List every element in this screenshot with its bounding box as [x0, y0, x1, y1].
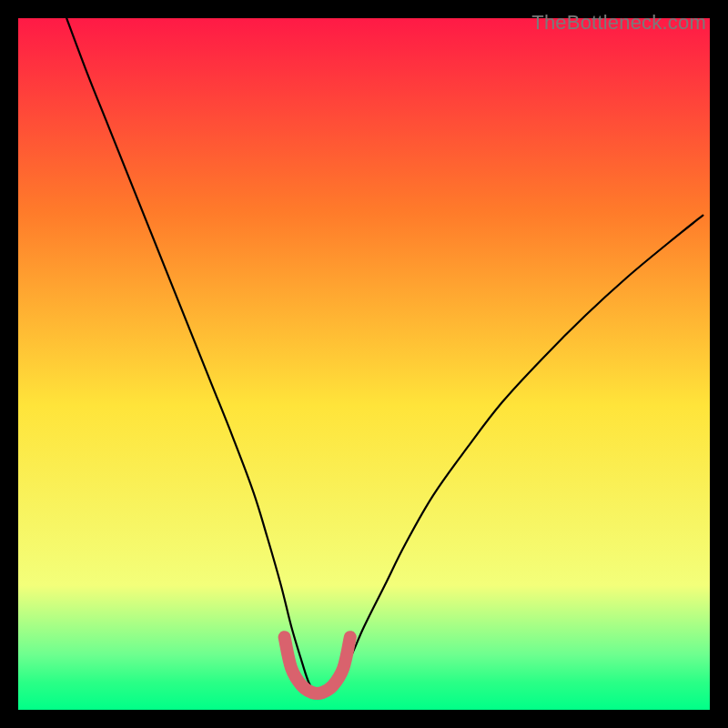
outer-frame: TheBottleneck.com	[9, 9, 719, 719]
watermark-text: TheBottleneck.com	[531, 11, 706, 35]
plot-area	[18, 18, 710, 710]
gradient-background	[18, 18, 710, 710]
bottleneck-chart	[18, 18, 710, 710]
